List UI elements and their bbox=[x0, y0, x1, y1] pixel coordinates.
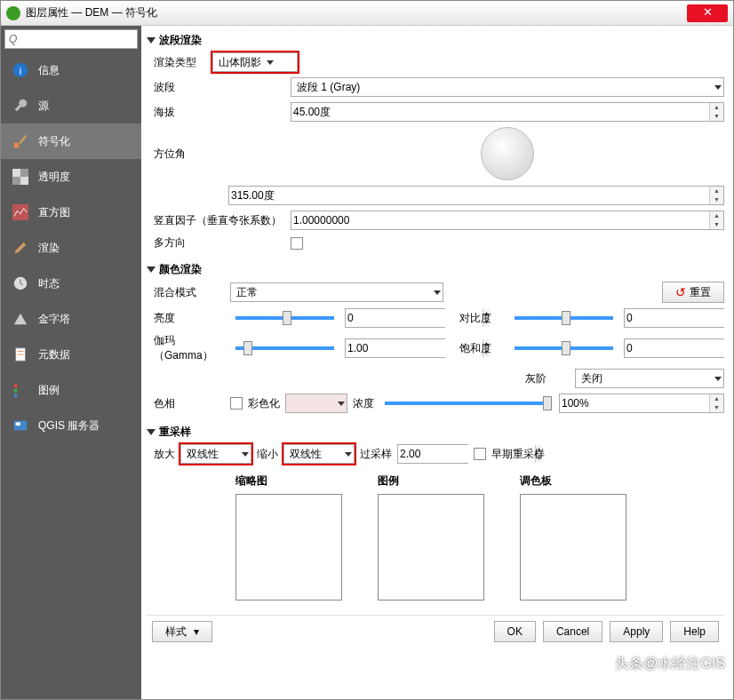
sidebar-item-info[interactable]: i信息 bbox=[1, 52, 141, 88]
azimuth-dial[interactable] bbox=[481, 127, 534, 180]
strength-slider[interactable] bbox=[385, 402, 548, 405]
histogram-icon bbox=[12, 203, 29, 221]
contrast-spin[interactable]: ▲▼ bbox=[624, 308, 724, 328]
sidebar-item-symbology[interactable]: 符号化 bbox=[1, 123, 141, 159]
early-resample-checkbox[interactable] bbox=[474, 448, 486, 460]
info-icon: i bbox=[12, 61, 29, 79]
palette-label: 调色板 bbox=[520, 473, 626, 489]
watermark: 头条@水经注GIS bbox=[615, 655, 725, 673]
main-panel: 波段渲染 渲染类型 山体阴影 波段 波段 1 (Gray) 海拔 ▲▼ 方位角 bbox=[141, 26, 733, 699]
brightness-spin[interactable]: ▲▼ bbox=[345, 308, 445, 328]
azimuth-spin[interactable]: ▲▼ bbox=[228, 186, 724, 205]
band-label: 波段 bbox=[154, 80, 285, 95]
clock-icon bbox=[12, 274, 29, 292]
render-type-label: 渲染类型 bbox=[154, 55, 207, 70]
hue-label: 色相 bbox=[154, 396, 225, 411]
sidebar-item-label: 时态 bbox=[38, 276, 60, 291]
sidebar-item-label: 信息 bbox=[38, 63, 60, 78]
grayscale-combo[interactable]: 关闭 bbox=[575, 369, 724, 388]
style-button[interactable]: 样式 ▾ bbox=[152, 621, 212, 642]
gamma-slider[interactable] bbox=[235, 346, 334, 350]
sidebar-item-label: 元数据 bbox=[38, 347, 70, 362]
svg-rect-4 bbox=[12, 169, 20, 177]
sidebar-item-label: 符号化 bbox=[38, 134, 70, 149]
palette-preview bbox=[520, 494, 626, 601]
sidebar-item-server[interactable]: QGIS 服务器 bbox=[1, 408, 141, 443]
saturation-slider[interactable] bbox=[515, 346, 613, 350]
reset-icon: ↺ bbox=[675, 285, 686, 299]
legend-label: 图例 bbox=[378, 473, 484, 489]
ok-button[interactable]: OK bbox=[494, 621, 536, 642]
colorize-checkbox[interactable] bbox=[230, 397, 243, 410]
saturation-label: 饱和度 bbox=[459, 341, 504, 356]
chevron-down-icon bbox=[338, 402, 345, 406]
titlebar: 图层属性 — DEM — 符号化 ✕ bbox=[1, 1, 733, 26]
svg-rect-12 bbox=[14, 389, 18, 393]
colorize-color[interactable] bbox=[285, 394, 347, 413]
brush-icon bbox=[12, 132, 29, 150]
paintbrush-icon bbox=[12, 239, 29, 257]
thumbnail-preview bbox=[235, 494, 342, 601]
blend-label: 混合模式 bbox=[154, 285, 225, 300]
section-band-rendering[interactable]: 波段渲染 bbox=[147, 31, 724, 50]
colorize-label: 彩色化 bbox=[248, 396, 280, 411]
sidebar-item-label: 直方图 bbox=[38, 205, 70, 220]
document-icon bbox=[12, 346, 29, 363]
sidebar-item-legend[interactable]: 图例 bbox=[1, 372, 141, 408]
svg-rect-11 bbox=[14, 385, 18, 388]
sidebar-item-metadata[interactable]: 元数据 bbox=[1, 337, 141, 372]
oversample-label: 过采样 bbox=[360, 447, 392, 462]
multidir-checkbox[interactable] bbox=[291, 237, 303, 250]
early-resample-label: 早期重采样 bbox=[491, 447, 545, 462]
section-resampling[interactable]: 重采样 bbox=[147, 423, 724, 441]
zoom-in-combo[interactable]: 双线性 bbox=[180, 444, 251, 464]
svg-rect-5 bbox=[20, 177, 28, 185]
reset-button[interactable]: ↺重置 bbox=[662, 282, 724, 303]
zoom-out-combo[interactable]: 双线性 bbox=[283, 444, 355, 464]
svg-rect-2 bbox=[14, 143, 19, 147]
sidebar-item-label: 金字塔 bbox=[38, 312, 70, 327]
band-combo[interactable]: 波段 1 (Gray) bbox=[291, 77, 724, 97]
pyramid-icon bbox=[12, 310, 29, 328]
zfactor-spin[interactable]: ▲▼ bbox=[291, 211, 724, 230]
section-color-rendering[interactable]: 颜色渲染 bbox=[147, 260, 724, 279]
sidebar-item-rendering[interactable]: 渲染 bbox=[1, 230, 141, 266]
gamma-spin[interactable]: ▲▼ bbox=[345, 338, 445, 358]
close-button[interactable]: ✕ bbox=[687, 4, 728, 22]
chevron-down-icon bbox=[434, 290, 441, 295]
window-title: 图层属性 — DEM — 符号化 bbox=[26, 5, 687, 20]
sidebar-item-label: 图例 bbox=[38, 383, 60, 398]
sidebar-item-label: 渲染 bbox=[38, 241, 60, 256]
sidebar-item-label: 源 bbox=[38, 99, 49, 114]
chevron-down-icon bbox=[714, 377, 722, 381]
zoom-in-label: 放大 bbox=[154, 447, 175, 462]
brightness-slider[interactable] bbox=[235, 316, 334, 320]
search-input[interactable] bbox=[4, 29, 138, 49]
oversample-spin[interactable]: ▲▼ bbox=[397, 444, 468, 464]
blend-combo[interactable]: 正常 bbox=[230, 282, 443, 302]
search-container bbox=[4, 29, 138, 49]
saturation-spin[interactable]: ▲▼ bbox=[624, 338, 724, 358]
apply-button[interactable]: Apply bbox=[610, 621, 663, 642]
altitude-spin[interactable]: ▲▼ bbox=[291, 102, 724, 122]
strength-spin[interactable]: ▲▼ bbox=[559, 394, 724, 413]
svg-rect-6 bbox=[12, 204, 28, 220]
contrast-slider[interactable] bbox=[515, 316, 613, 320]
sidebar-item-transparency[interactable]: 透明度 bbox=[1, 159, 141, 195]
zfactor-label: 竖直因子（垂直夸张系数） bbox=[154, 213, 285, 228]
server-icon bbox=[12, 417, 29, 434]
chevron-down-icon bbox=[345, 452, 352, 457]
sidebar-item-temporal[interactable]: 时态 bbox=[1, 266, 141, 301]
sidebar-item-pyramids[interactable]: 金字塔 bbox=[1, 301, 141, 337]
footer: 样式 ▾ OK Cancel Apply Help bbox=[147, 615, 724, 648]
thumbnail-label: 缩略图 bbox=[235, 473, 342, 489]
sidebar-item-source[interactable]: 源 bbox=[1, 88, 141, 123]
contrast-label: 对比度 bbox=[459, 311, 504, 326]
cancel-button[interactable]: Cancel bbox=[543, 621, 602, 642]
sidebar-item-histogram[interactable]: 直方图 bbox=[1, 195, 141, 230]
render-type-combo[interactable]: 山体阴影 bbox=[212, 52, 298, 72]
svg-rect-13 bbox=[14, 394, 18, 398]
gamma-label: 伽玛（Gamma） bbox=[154, 333, 225, 363]
multidir-label: 多方向 bbox=[154, 235, 285, 251]
help-button[interactable]: Help bbox=[670, 621, 719, 642]
